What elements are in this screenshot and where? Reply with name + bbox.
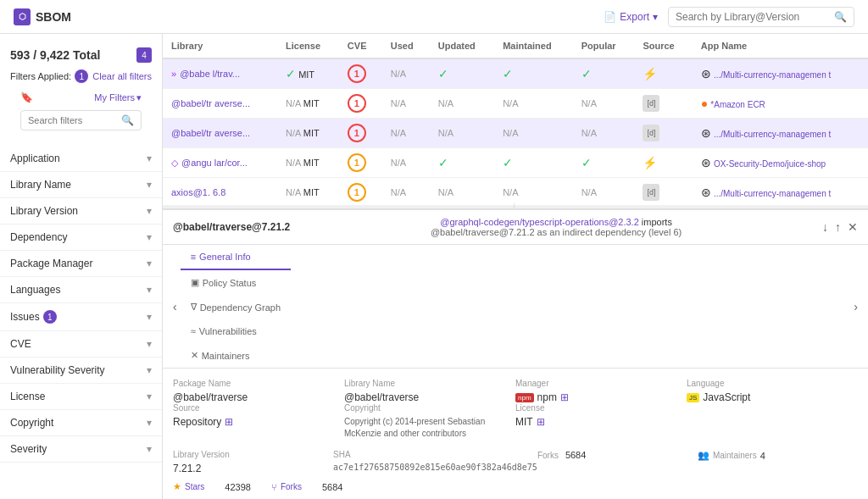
package-name-label: Package Name (173, 379, 344, 388)
col-license: License (277, 34, 339, 58)
my-filters-chevron-icon: ▾ (136, 92, 142, 103)
cell-used: N/A (382, 178, 430, 206)
details-grid: Package Name @babel/traverse Library Nam… (163, 369, 868, 450)
cell-updated: ✓ (430, 148, 494, 178)
tab-icon: ✕ (191, 350, 198, 361)
forks-label2: Forks (281, 482, 302, 491)
cell-maintained: N/A (494, 178, 572, 206)
filter-chevron-icon: ▾ (147, 311, 152, 323)
tab-prev-button[interactable]: ‹ (173, 300, 177, 313)
col-popular: Popular (573, 34, 635, 58)
table-row[interactable]: ◇@angu lar/cor... N/A MIT 1 N/A ✓ ✓ ✓ ⚡ … (163, 148, 868, 178)
js-icon: JS (687, 393, 699, 402)
global-search[interactable]: 🔍 (668, 7, 854, 27)
global-search-input[interactable] (676, 11, 829, 23)
sidebar-item-license[interactable]: License ▾ (0, 384, 162, 410)
tab-icon: ∇ (191, 302, 197, 313)
source-value: Repository ⊞ (173, 416, 344, 428)
nav-down-button[interactable]: ↓ (822, 220, 828, 234)
stars-label: Stars (185, 482, 204, 491)
github-icon: ⊛ (701, 186, 711, 199)
sidebar-item-library-name[interactable]: Library Name ▾ (0, 172, 162, 198)
filter-chevron-icon: ▾ (147, 152, 152, 164)
search-icon: 🔍 (834, 11, 847, 23)
github-icon: ⊛ (701, 156, 711, 169)
table-row[interactable]: axios@1. 6.8 N/A MIT 1 N/A N/A N/A N/A [… (163, 178, 868, 206)
logo: ⬡ SBOM (14, 8, 71, 25)
cell-used: N/A (382, 58, 430, 89)
forks-icon: ⑂ (271, 482, 277, 492)
source-link-icon[interactable]: ⊞ (225, 416, 233, 428)
filter-list: Application ▾ Library Name ▾ Library Ver… (0, 146, 162, 463)
count-row: 593 / 9,422 Total 4 (10, 47, 152, 63)
sidebar-item-languages[interactable]: Languages ▾ (0, 277, 162, 303)
filter-label: Package Manager (10, 258, 92, 269)
col-source: Source (634, 34, 692, 58)
popular-na: N/A (581, 128, 597, 138)
search-filters-input[interactable] (28, 115, 121, 125)
tab-maintainers[interactable]: ✕ Maintainers (181, 343, 291, 368)
cell-app-name: ⊛ .../Multi-currency-managemen t (693, 58, 868, 89)
sidebar-item-application[interactable]: Application ▾ (0, 146, 162, 172)
tab-dependency-graph[interactable]: ∇ Dependency Graph (181, 295, 291, 319)
tab-policy-status[interactable]: ▣ Policy Status (181, 270, 291, 295)
col-app-name: App Name (693, 34, 868, 58)
close-button[interactable]: ✕ (848, 220, 858, 234)
library-table: Library License CVE Used Updated Maintai… (163, 34, 868, 205)
bottom-lib-name: @babel/traverse@7.21.2 (173, 221, 290, 233)
filters-badge: 1 (75, 69, 88, 83)
sidebar-item-dependency[interactable]: Dependency ▾ (0, 225, 162, 251)
package-name-value: @babel/traverse (173, 391, 344, 403)
language-label: Language (687, 379, 858, 388)
manager-link-icon[interactable]: ⊞ (560, 391, 569, 403)
filter-label: Severity (10, 443, 47, 455)
cve-badge: 1 (348, 183, 366, 202)
my-filters-button[interactable]: My Filters ▾ (94, 92, 142, 103)
license-check: ✓ (286, 67, 296, 80)
popular-na: N/A (581, 98, 597, 108)
export-button[interactable]: 📄 Export ▾ (604, 11, 658, 23)
nav-up-button[interactable]: ↑ (835, 220, 841, 234)
filter-label: Application (10, 152, 60, 164)
header: ⬡ SBOM 📄 Export ▾ 🔍 (0, 0, 868, 34)
sidebar-item-issues[interactable]: Issues 1 ▾ (0, 303, 162, 331)
npm-icon: npm (515, 393, 534, 402)
sidebar-item-library-version[interactable]: Library Version ▾ (0, 198, 162, 225)
cve-badge: 1 (348, 64, 366, 83)
logo-text: SBOM (36, 10, 71, 24)
sidebar-item-vulnerability-severity[interactable]: Vulnerability Severity ▾ (0, 358, 162, 384)
bottom-info-link[interactable]: @graphql-codegen/typescript-operations@2… (440, 217, 639, 227)
license-link-icon[interactable]: ⊞ (537, 416, 545, 428)
sidebar-item-package-manager[interactable]: Package Manager ▾ (0, 251, 162, 277)
table-row[interactable]: »@babe l/trav... ✓ MIT 1 N/A ✓ ✓ ✓ ⚡ ⊛ .… (163, 58, 868, 89)
dep-arrow-icon: ◇ (171, 158, 178, 168)
content-area: Library License CVE Used Updated Maintai… (163, 34, 868, 499)
tab-next-button[interactable]: › (854, 300, 858, 313)
dep-arrow-icon: » (171, 69, 176, 79)
filter-badge: 1 (43, 310, 57, 324)
clear-filters-button[interactable]: Clear all filters (92, 71, 152, 81)
source-text: Repository (173, 416, 221, 428)
table-row[interactable]: @babel/tr averse... N/A MIT 1 N/A N/A N/… (163, 119, 868, 148)
filter-chevron-icon: ▾ (147, 391, 152, 402)
cell-license: N/A MIT (277, 89, 339, 119)
search-filters-row[interactable]: 🔍 (20, 110, 142, 130)
filters-applied: Filters Applied: 1 (10, 69, 88, 83)
count-number: 593 (10, 48, 30, 62)
filter-chevron-icon: ▾ (147, 284, 152, 296)
cell-maintained: N/A (494, 89, 572, 119)
tab-vulnerabilities[interactable]: ≈ Vulnerabilities (181, 319, 291, 343)
sidebar-item-severity[interactable]: Severity ▾ (0, 436, 162, 463)
forks-label: Forks (537, 451, 559, 460)
sidebar-item-copyright[interactable]: Copyright ▾ (0, 410, 162, 436)
trivy-source-icon: ⚡ (643, 156, 657, 169)
table-row[interactable]: @babel/tr averse... N/A MIT 1 N/A N/A N/… (163, 89, 868, 119)
sha-section: SHA ac7e1f27658750892e815e60ae90f382a46d… (333, 450, 537, 474)
source-section: Source Repository ⊞ (173, 403, 344, 440)
filter-chevron-icon: ▾ (147, 443, 152, 455)
license-section: License MIT ⊞ (515, 403, 687, 440)
sidebar-item-cve[interactable]: CVE ▾ (0, 331, 162, 358)
tab-general-info[interactable]: ≡ General Info (181, 245, 291, 270)
tab-label: Dependency Graph (200, 302, 281, 313)
cell-cve: 1 (339, 119, 382, 148)
